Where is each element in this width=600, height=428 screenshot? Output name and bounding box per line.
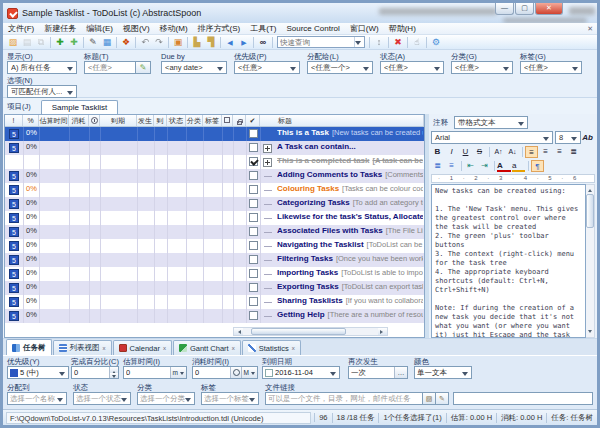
task-row[interactable]: 50%Filtering Tasks[Once you have been wo… bbox=[5, 253, 424, 267]
save-icon[interactable]: ▤ bbox=[20, 36, 34, 49]
new-subtask-icon[interactable]: ✚ bbox=[67, 36, 81, 49]
task-row[interactable]: 50%Categorizing Tasks[To add an category… bbox=[5, 197, 424, 211]
reference-hand-icon[interactable]: ☝ bbox=[410, 36, 424, 49]
minimize-button[interactable]: — bbox=[495, 3, 514, 15]
find-tasks-icon[interactable]: ∞ bbox=[256, 36, 270, 49]
task-checkbox[interactable] bbox=[249, 241, 258, 250]
task-row[interactable]: 50%Getting Help[There are a number of re… bbox=[5, 309, 424, 323]
edit-filelink-icon[interactable]: ✎ bbox=[436, 392, 449, 405]
attr-due-date-picker[interactable]: 2016-11-04 bbox=[262, 366, 340, 379]
menu-source-control[interactable]: Source Control bbox=[281, 24, 344, 33]
paragraph-icon[interactable]: ¶ bbox=[531, 160, 544, 172]
task-row[interactable]: 50%Likewise for the task's Status, Alloc… bbox=[5, 211, 424, 225]
column-check[interactable]: ✔ bbox=[246, 115, 260, 126]
column-clock-icon[interactable] bbox=[89, 115, 100, 126]
task-checkbox[interactable] bbox=[249, 269, 258, 278]
task-row[interactable]: This is a completed task[A task can be m… bbox=[5, 155, 424, 169]
task-row[interactable]: 50%Associated Files with Tasks[The File … bbox=[5, 225, 424, 239]
tab-gantt-chart[interactable]: Gantt Chartx bbox=[173, 340, 241, 355]
attr-recurrence-field[interactable]: 一次… bbox=[348, 366, 408, 379]
task-checkbox[interactable] bbox=[249, 171, 258, 180]
task-row[interactable]: 50%Sharing Tasklists[If you want to coll… bbox=[5, 295, 424, 309]
layout-icon[interactable]: ▣ bbox=[171, 36, 185, 49]
close-button[interactable]: ✕ bbox=[535, 3, 563, 15]
task-checkbox[interactable] bbox=[249, 213, 258, 222]
task-icon-picker-icon[interactable]: ▦ bbox=[100, 36, 114, 49]
attr-estimate-field[interactable]: 0m bbox=[123, 366, 187, 379]
column-spent[interactable]: 消耗 bbox=[69, 115, 89, 126]
column-percent[interactable]: % bbox=[23, 115, 39, 126]
quick-search-input[interactable] bbox=[278, 38, 354, 47]
task-row[interactable]: 50%Navigating the Tasklist[ToDoList can … bbox=[5, 239, 424, 253]
italic-icon[interactable]: I bbox=[445, 146, 458, 158]
task-row[interactable]: 50%Colouring Tasks[Tasks can be colour c… bbox=[5, 183, 424, 197]
font-effects-icon[interactable]: Ab bbox=[581, 132, 594, 144]
task-checkbox[interactable] bbox=[249, 311, 258, 320]
scroll-thumb[interactable] bbox=[251, 328, 346, 335]
browse-file-icon[interactable]: ▨ bbox=[423, 392, 436, 405]
strikethrough-icon[interactable]: S bbox=[473, 146, 486, 158]
task-checkbox[interactable] bbox=[249, 157, 258, 166]
menu-edit[interactable]: 编辑(E) bbox=[81, 23, 118, 34]
tab-calendar[interactable]: Calendarx bbox=[113, 340, 172, 355]
task-checkbox[interactable] bbox=[249, 199, 258, 208]
menu-sort[interactable]: 排序方式(S) bbox=[193, 23, 246, 34]
column-priority[interactable]: ! bbox=[5, 115, 23, 126]
close-tab-icon[interactable]: x bbox=[103, 345, 106, 351]
menu-new-task[interactable]: 新建任务 bbox=[39, 23, 81, 34]
attr-tag-dropdown[interactable]: 选择一个标签 bbox=[201, 392, 259, 405]
filter-show-dropdown[interactable]: A) 所有任务 bbox=[7, 61, 77, 74]
shrink-font-icon[interactable]: A↓ bbox=[506, 146, 519, 158]
filter-title-input[interactable] bbox=[84, 61, 136, 74]
copy-icon[interactable]: ⧉ bbox=[34, 36, 48, 49]
menu-file[interactable]: 文件(F) bbox=[3, 23, 39, 34]
font-size-dropdown[interactable]: 8 bbox=[555, 131, 581, 144]
filter-priority-dropdown[interactable]: <任意> bbox=[234, 61, 300, 74]
edit-task-icon[interactable]: ✎ bbox=[86, 36, 100, 49]
task-row[interactable]: 50%Adding Comments to Tasks[Comments are… bbox=[5, 169, 424, 183]
task-row[interactable]: 50%This is a Task[New tasks can be creat… bbox=[5, 127, 424, 141]
recurrence-options-button[interactable]: … bbox=[394, 367, 407, 378]
column-to[interactable]: 到 bbox=[154, 115, 167, 126]
attr-color-dropdown[interactable]: 单一文本 bbox=[414, 366, 472, 379]
column-category[interactable]: 分类 bbox=[186, 115, 203, 126]
column-estimate[interactable]: 估算时间 bbox=[39, 115, 69, 126]
grow-font-icon[interactable]: A↑ bbox=[492, 146, 505, 158]
numbered-list-icon[interactable]: ≡ bbox=[445, 160, 458, 172]
column-lock-icon[interactable] bbox=[233, 115, 246, 126]
column-tag[interactable]: 标签 bbox=[203, 115, 222, 126]
estimate-unit-dropdown[interactable]: m bbox=[170, 367, 186, 378]
bold-icon[interactable]: B bbox=[431, 146, 444, 158]
filter-status-dropdown[interactable]: <任意> bbox=[380, 61, 444, 74]
spin-down-icon[interactable] bbox=[110, 373, 118, 379]
task-row[interactable]: 50%Importing Tasks[ToDoList is able to i… bbox=[5, 267, 424, 281]
task-checkbox[interactable] bbox=[249, 185, 258, 194]
highlight-color-icon[interactable]: a bbox=[512, 160, 525, 172]
font-name-dropdown[interactable]: Arial bbox=[431, 131, 553, 144]
redo-icon[interactable]: ↷ bbox=[152, 36, 166, 49]
filter-options-dropdown[interactable]: 可匹配任何人... bbox=[7, 85, 77, 98]
sort-icon[interactable]: ↕ bbox=[372, 36, 386, 49]
align-center-icon[interactable]: ≡ bbox=[539, 146, 552, 158]
font-color-icon[interactable]: A bbox=[497, 160, 511, 172]
task-checkbox[interactable] bbox=[249, 297, 258, 306]
menu-view[interactable]: 视图(V) bbox=[118, 23, 155, 34]
tab-list-view[interactable]: 列表视图x bbox=[53, 340, 112, 355]
comments-scrollbar[interactable] bbox=[586, 184, 595, 338]
delete-task-icon[interactable]: ✖ bbox=[391, 36, 405, 49]
task-checkbox[interactable] bbox=[249, 143, 258, 152]
filter-due-dropdown[interactable]: <any date> bbox=[161, 61, 227, 74]
scroll-left-icon[interactable] bbox=[234, 328, 243, 335]
attr-priority-dropdown[interactable]: 5 (中) bbox=[7, 366, 69, 379]
align-right-icon[interactable]: ≡ bbox=[553, 146, 566, 158]
open-file-icon[interactable]: ▨ bbox=[6, 36, 20, 49]
dependency-field[interactable] bbox=[453, 392, 593, 405]
task-checkbox[interactable] bbox=[249, 227, 258, 236]
task-color-brush-icon[interactable]: ❖ bbox=[119, 36, 133, 49]
menu-help[interactable]: 帮助(H) bbox=[384, 23, 421, 34]
column-title[interactable]: 标题 bbox=[260, 115, 424, 126]
column-due[interactable]: 到期 bbox=[100, 115, 137, 126]
toolbar-close-icon[interactable]: ✕ bbox=[587, 25, 593, 33]
menu-window[interactable]: 窗口(W) bbox=[345, 23, 384, 34]
tab-statistics[interactable]: Statisticsx bbox=[242, 340, 301, 355]
